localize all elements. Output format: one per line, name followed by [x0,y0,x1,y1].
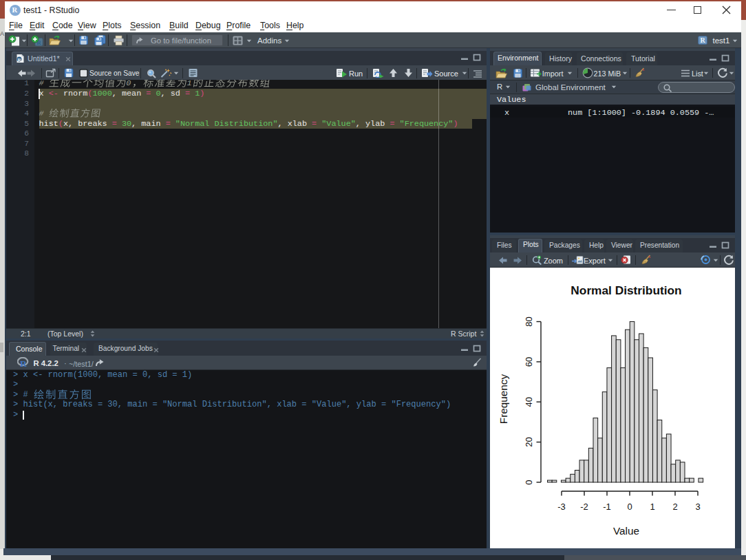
svg-text:1: 1 [650,502,654,512]
svg-text:Normal Distribution: Normal Distribution [571,283,681,297]
svg-text:-2: -2 [580,502,588,512]
svg-text:40: 40 [524,397,534,407]
svg-text:20: 20 [524,437,534,446]
svg-text:R: R [700,36,705,44]
svg-text:-3: -3 [557,502,566,512]
svg-text:Frequency: Frequency [498,374,509,424]
svg-text:-1: -1 [603,502,611,512]
svg-text:60: 60 [524,357,534,367]
svg-text:0: 0 [524,480,534,484]
svg-text:2: 2 [672,502,677,512]
svg-text:0: 0 [627,502,632,512]
svg-text:80: 80 [524,316,534,326]
svg-text:Value: Value [613,525,639,537]
svg-text:R: R [20,358,27,368]
svg-text:3: 3 [695,502,700,512]
